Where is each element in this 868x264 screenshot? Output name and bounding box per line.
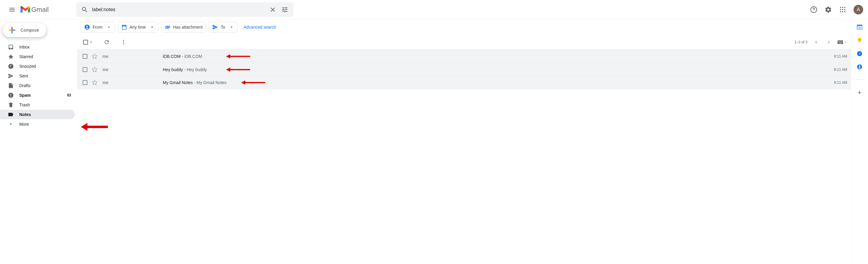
input-tools-button[interactable]: [838, 37, 847, 47]
compose-label: Compose: [21, 28, 39, 33]
trash-icon: [8, 102, 14, 108]
tune-icon: [281, 6, 288, 13]
email-list: me iDB.COM - iDB.COM 8:11 AM me Hey budd…: [77, 50, 851, 89]
svg-point-8: [840, 11, 841, 12]
star-icon: [8, 54, 14, 60]
get-addons-button[interactable]: [857, 90, 863, 96]
main-menu-button[interactable]: [5, 2, 19, 17]
nav-label: Snoozed: [19, 64, 71, 69]
row-checkbox[interactable]: [83, 80, 89, 85]
more-actions-button[interactable]: [118, 36, 130, 48]
sidebar-item-trash[interactable]: Trash: [0, 100, 75, 110]
clear-search-button[interactable]: [267, 4, 279, 16]
nav-label: Inbox: [19, 44, 71, 50]
apps-icon: [839, 6, 846, 13]
email-row[interactable]: me iDB.COM - iDB.COM 8:11 AM: [77, 50, 851, 63]
email-subject-wrap: Hey buddy - Hey buddy: [163, 67, 830, 72]
annotation-arrow-icon: [81, 123, 108, 131]
advanced-search-link[interactable]: Advanced search: [244, 25, 276, 30]
row-checkbox[interactable]: [83, 67, 89, 72]
filter-bar: From Any time Has attachment To Advanced…: [77, 19, 851, 35]
chevron-down-icon: [8, 121, 14, 127]
gmail-logo[interactable]: Gmail: [21, 6, 49, 13]
svg-point-9: [842, 11, 843, 12]
svg-point-10: [844, 11, 845, 12]
search-options-button[interactable]: [279, 4, 291, 16]
sidebar-item-more[interactable]: More: [0, 119, 75, 129]
refresh-icon: [104, 39, 110, 45]
apps-button[interactable]: [837, 4, 849, 16]
calendar-icon: [121, 24, 127, 30]
filter-time[interactable]: Any time: [118, 22, 158, 33]
star-button[interactable]: [92, 53, 98, 59]
row-checkbox[interactable]: [83, 54, 89, 59]
next-page-button[interactable]: [824, 37, 834, 47]
svg-point-7: [844, 9, 845, 10]
filter-attachment[interactable]: Has attachment: [161, 22, 206, 33]
chip-label: Has attachment: [173, 25, 203, 30]
search-input[interactable]: [91, 7, 267, 12]
nav-label: Sent: [19, 73, 71, 78]
nav-count: 83: [67, 93, 71, 97]
star-icon: [92, 67, 98, 73]
svg-marker-29: [226, 67, 250, 72]
sidebar-item-inbox[interactable]: Inbox: [0, 42, 75, 52]
svg-rect-26: [842, 42, 843, 42]
side-panel: 31: [851, 19, 868, 264]
sidebar-item-snoozed[interactable]: Snoozed: [0, 62, 75, 71]
star-button[interactable]: [92, 67, 98, 73]
email-row[interactable]: me Hey buddy - Hey buddy 8:11 AM: [77, 63, 851, 76]
account-avatar[interactable]: A: [854, 5, 863, 14]
svg-rect-18: [839, 41, 840, 42]
nav-label: Starred: [19, 54, 71, 59]
contacts-addon-button[interactable]: [857, 64, 863, 70]
menu-icon: [8, 6, 16, 13]
calendar-addon-button[interactable]: 31: [857, 24, 863, 30]
main-panel: From Any time Has attachment To Advanced…: [77, 19, 851, 264]
email-sender: me: [102, 67, 163, 72]
calendar-icon: 31: [857, 24, 863, 30]
sidebar-item-drafts[interactable]: Drafts: [0, 81, 75, 90]
annotation-arrow-icon: [226, 67, 250, 72]
prev-page-button[interactable]: [811, 37, 821, 47]
header-right: A: [808, 4, 863, 16]
filter-from[interactable]: From: [81, 22, 115, 33]
tasks-addon-button[interactable]: [857, 51, 863, 57]
svg-point-14: [123, 42, 124, 42]
sidebar-item-sent[interactable]: Sent: [0, 71, 75, 81]
search-button[interactable]: [79, 4, 91, 16]
email-row[interactable]: me My Gmail Notes - My Gmail Notes 8:11 …: [77, 76, 851, 89]
keep-icon: [857, 37, 863, 43]
email-subject-wrap: iDB.COM - iDB.COM: [163, 54, 830, 59]
app-name: Gmail: [31, 6, 49, 13]
svg-rect-27: [839, 43, 841, 43]
email-subject-wrap: My Gmail Notes - My Gmail Notes: [163, 80, 830, 85]
toolbar: 1–3 of 3: [77, 35, 851, 50]
keep-addon-button[interactable]: [857, 37, 863, 43]
settings-button[interactable]: [822, 4, 834, 16]
chevron-right-icon: [826, 39, 832, 45]
email-time: 8:11 AM: [834, 80, 847, 85]
search-box: [76, 2, 293, 17]
select-all-checkbox[interactable]: [81, 37, 96, 47]
gmail-icon: [21, 6, 30, 13]
star-button[interactable]: [92, 79, 98, 86]
close-icon: [269, 6, 276, 13]
annotation-arrow-icon: [241, 80, 265, 85]
nav-label: Trash: [19, 102, 71, 107]
filter-to[interactable]: To: [209, 22, 238, 33]
sidebar-item-notes[interactable]: Notes: [0, 110, 75, 119]
sidebar-item-spam[interactable]: Spam 83: [0, 90, 75, 100]
annotation-arrow-icon: [226, 54, 250, 59]
star-icon: [92, 79, 98, 86]
email-snippet: - iDB.COM: [181, 54, 202, 59]
nav-label: Notes: [19, 112, 71, 117]
svg-rect-25: [841, 42, 841, 42]
tasks-icon: [857, 51, 863, 57]
compose-button[interactable]: Compose: [2, 23, 46, 37]
help-button[interactable]: [808, 4, 820, 16]
refresh-button[interactable]: [101, 36, 113, 48]
sidebar-item-starred[interactable]: Starred: [0, 52, 75, 62]
svg-rect-22: [838, 42, 839, 42]
email-sender: me: [102, 54, 163, 59]
